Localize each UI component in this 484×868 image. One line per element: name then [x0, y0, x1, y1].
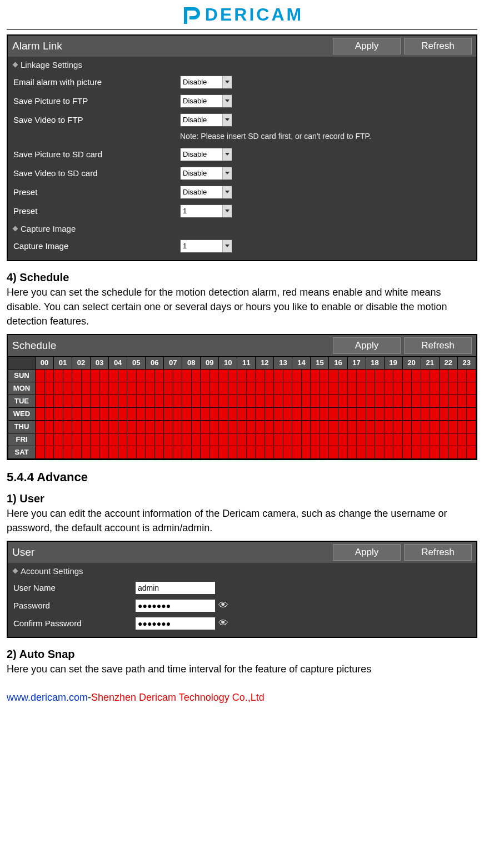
schedule-cell[interactable]: [311, 407, 320, 420]
schedule-cell[interactable]: [329, 395, 338, 407]
schedule-cell[interactable]: [375, 420, 385, 433]
schedule-cell[interactable]: [246, 433, 256, 446]
schedule-cell[interactable]: [375, 382, 385, 395]
schedule-cell[interactable]: [91, 369, 100, 382]
schedule-cell[interactable]: [44, 433, 54, 446]
schedule-cell[interactable]: [301, 407, 311, 420]
schedule-cell[interactable]: [467, 369, 476, 382]
schedule-cell[interactable]: [412, 446, 421, 458]
schedule-cell[interactable]: [182, 407, 192, 420]
schedule-cell[interactable]: [357, 395, 366, 407]
schedule-cell[interactable]: [237, 369, 247, 382]
schedule-cell[interactable]: [256, 382, 265, 395]
eye-icon[interactable]: 👁: [218, 600, 228, 611]
schedule-cell[interactable]: [412, 395, 421, 407]
schedule-cell[interactable]: [72, 420, 82, 433]
schedule-grid[interactable]: 0001020304050607080910111213141516171819…: [8, 356, 476, 459]
schedule-cell[interactable]: [283, 395, 292, 407]
schedule-cell[interactable]: [209, 369, 219, 382]
schedule-cell[interactable]: [292, 369, 302, 382]
schedule-cell[interactable]: [81, 407, 91, 420]
schedule-cell[interactable]: [35, 446, 44, 458]
schedule-cell[interactable]: [292, 433, 302, 446]
eye-icon[interactable]: 👁: [218, 617, 228, 629]
schedule-cell[interactable]: [54, 369, 63, 382]
schedule-cell[interactable]: [219, 382, 228, 395]
schedule-cell[interactable]: [311, 433, 320, 446]
schedule-cell[interactable]: [329, 382, 338, 395]
schedule-cell[interactable]: [393, 395, 403, 407]
schedule-cell[interactable]: [118, 407, 127, 420]
schedule-cell[interactable]: [384, 395, 393, 407]
schedule-cell[interactable]: [81, 433, 91, 446]
schedule-cell[interactable]: [366, 369, 375, 382]
schedule-cell[interactable]: [274, 369, 283, 382]
apply-button[interactable]: Apply: [333, 38, 401, 54]
schedule-cell[interactable]: [99, 395, 109, 407]
schedule-cell[interactable]: [246, 407, 256, 420]
schedule-cell[interactable]: [421, 433, 430, 446]
schedule-cell[interactable]: [228, 446, 237, 458]
schedule-cell[interactable]: [154, 395, 164, 407]
schedule-cell[interactable]: [182, 446, 192, 458]
schedule-cell[interactable]: [127, 395, 137, 407]
schedule-cell[interactable]: [412, 407, 421, 420]
schedule-cell[interactable]: [173, 369, 182, 382]
schedule-cell[interactable]: [329, 420, 338, 433]
schedule-cell[interactable]: [72, 395, 82, 407]
schedule-cell[interactable]: [35, 420, 44, 433]
schedule-cell[interactable]: [164, 407, 173, 420]
schedule-cell[interactable]: [136, 446, 146, 458]
schedule-cell[interactable]: [421, 446, 430, 458]
schedule-cell[interactable]: [173, 446, 182, 458]
schedule-cell[interactable]: [421, 382, 430, 395]
schedule-cell[interactable]: [91, 433, 100, 446]
schedule-cell[interactable]: [430, 407, 440, 420]
schedule-cell[interactable]: [91, 382, 100, 395]
schedule-cell[interactable]: [467, 420, 476, 433]
schedule-cell[interactable]: [63, 446, 72, 458]
schedule-cell[interactable]: [72, 369, 82, 382]
schedule-cell[interactable]: [274, 433, 283, 446]
schedule-cell[interactable]: [467, 395, 476, 407]
vid-sd-select[interactable]: Disable: [180, 167, 232, 180]
schedule-cell[interactable]: [393, 369, 403, 382]
schedule-cell[interactable]: [402, 446, 412, 458]
schedule-cell[interactable]: [127, 446, 137, 458]
schedule-cell[interactable]: [219, 433, 228, 446]
schedule-cell[interactable]: [320, 395, 329, 407]
schedule-cell[interactable]: [35, 369, 44, 382]
schedule-cell[interactable]: [164, 433, 173, 446]
schedule-cell[interactable]: [338, 433, 348, 446]
schedule-cell[interactable]: [209, 407, 219, 420]
schedule-cell[interactable]: [357, 407, 366, 420]
schedule-cell[interactable]: [209, 382, 219, 395]
schedule-cell[interactable]: [329, 446, 338, 458]
schedule-cell[interactable]: [191, 369, 201, 382]
schedule-cell[interactable]: [448, 382, 458, 395]
schedule-cell[interactable]: [201, 382, 210, 395]
schedule-cell[interactable]: [54, 395, 63, 407]
schedule-cell[interactable]: [439, 446, 448, 458]
schedule-cell[interactable]: [375, 446, 385, 458]
schedule-cell[interactable]: [301, 446, 311, 458]
schedule-cell[interactable]: [439, 407, 448, 420]
schedule-cell[interactable]: [320, 369, 329, 382]
schedule-cell[interactable]: [109, 433, 118, 446]
schedule-cell[interactable]: [99, 433, 109, 446]
pic-ftp-select[interactable]: Disable: [180, 94, 232, 108]
schedule-cell[interactable]: [311, 420, 320, 433]
schedule-cell[interactable]: [265, 433, 274, 446]
confirm-password-input[interactable]: [136, 617, 215, 630]
schedule-cell[interactable]: [375, 395, 385, 407]
schedule-cell[interactable]: [99, 382, 109, 395]
schedule-cell[interactable]: [301, 369, 311, 382]
schedule-cell[interactable]: [283, 382, 292, 395]
schedule-cell[interactable]: [109, 407, 118, 420]
schedule-cell[interactable]: [54, 407, 63, 420]
footer-url[interactable]: www.dericam.com: [7, 692, 88, 703]
schedule-cell[interactable]: [35, 433, 44, 446]
schedule-cell[interactable]: [146, 420, 155, 433]
schedule-cell[interactable]: [246, 420, 256, 433]
schedule-cell[interactable]: [448, 446, 458, 458]
